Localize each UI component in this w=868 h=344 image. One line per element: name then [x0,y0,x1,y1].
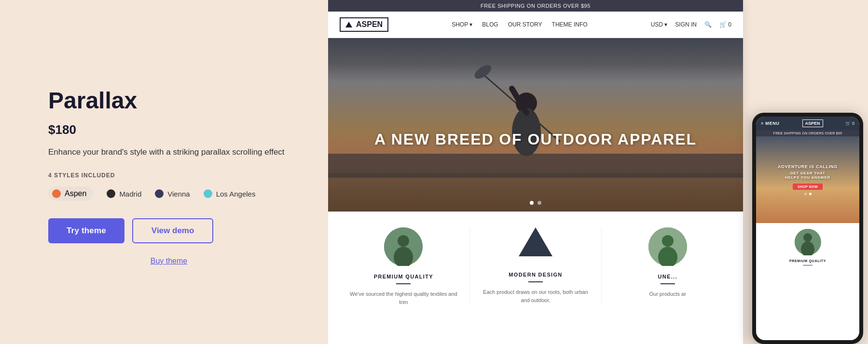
feature-title-2: MODERN DESIGN [509,272,562,278]
style-label-vienna: Vienna [167,190,190,198]
feature-person-icon [384,227,423,266]
nav-link-theme-info[interactable]: THEME INFO [552,21,588,28]
style-option-los-angeles[interactable]: Los Angeles [204,189,256,198]
svg-point-6 [398,235,409,247]
theme-title: Parallax [48,88,289,114]
style-options: Aspen Madrid Vienna Los Angeles [48,186,289,201]
style-label-los-angeles: Los Angeles [216,190,256,198]
store-logo: ASPEN [340,17,388,32]
store-nav-links: SHOP ▾ BLOG OUR STORY THEME INFO [452,21,587,28]
mobile-hero-line1: ADVENTURE IS CALLING [778,164,838,169]
styles-label: 4 STYLES INCLUDED [48,172,289,179]
style-dot-los-angeles [204,189,212,198]
store-nav-right: USD ▾ SIGN IN 🔍 🛒 0 [651,21,731,28]
style-dot-aspen [52,189,61,198]
feature-premium-quality: PREMIUM QUALITY We've sourced the highes… [338,227,470,306]
feature-mountain-icon [519,227,552,264]
store-logo-text: ASPEN [356,20,383,29]
search-icon[interactable]: 🔍 [704,21,712,28]
feature-third-icon [648,227,687,266]
feature-divider-3 [661,283,675,284]
hero-overlay [328,38,743,212]
mobile-menu-icon[interactable]: ≡ MENU [761,121,780,126]
nav-link-shop[interactable]: SHOP ▾ [452,21,472,28]
store-nav: ASPEN SHOP ▾ BLOG OUR STORY THEME INFO U… [328,12,743,38]
theme-price: $180 [48,122,289,137]
mobile-shop-now-button[interactable]: SHOP NOW [793,184,823,190]
logo-triangle-icon [345,22,352,27]
mobile-dot-1[interactable] [804,193,807,195]
hero-dot-2[interactable] [537,201,541,205]
style-option-madrid[interactable]: Madrid [107,189,141,198]
mobile-feature-title: PREMIUM QUALITY [761,259,854,263]
feature-divider-2 [528,281,543,282]
style-option-vienna[interactable]: Vienna [155,189,190,198]
store-top-bar: FREE SHIPPING ON ORDERS OVER $95 [328,0,743,12]
feature-modern-design: MODERN DESIGN Each product draws on our … [470,227,602,306]
feature-title-3: UNE... [658,274,677,279]
feature-desc-3: Our products ar [649,290,686,298]
mobile-logo: ASPEN [802,119,823,127]
hero-dot-1[interactable] [530,201,534,205]
mobile-screen: ≡ MENU ASPEN 🛒 0 FREE SHIPPING ON ORDERS… [756,117,859,340]
style-dot-madrid [107,189,115,198]
hero-text: A NEW BREED OF OUTDOOR APPAREL [374,131,697,148]
nav-link-our-story[interactable]: OUR STORY [508,21,542,28]
nav-sign-in[interactable]: SIGN IN [675,21,697,28]
hero-dots [530,201,541,205]
nav-currency[interactable]: USD ▾ [651,21,668,28]
mobile-features: PREMIUM QUALITY [756,223,859,274]
svg-point-12 [803,233,812,242]
store-features: PREMIUM QUALITY We've sourced the highes… [328,212,743,321]
try-theme-button[interactable]: Try theme [48,218,124,243]
mobile-topbar: ≡ MENU ASPEN 🛒 0 [756,117,859,130]
right-panel: FREE SHIPPING ON ORDERS OVER $95 ASPEN S… [328,0,868,344]
feature-title-1: PREMIUM QUALITY [374,274,433,279]
feature-divider-1 [396,283,411,284]
store-hero: A NEW BREED OF OUTDOOR APPAREL [328,38,743,212]
left-panel: Parallax $180 Enhance your brand's style… [0,0,328,344]
mobile-shipping-banner: FREE SHIPPING ON ORDERS OVER $95 [756,130,859,136]
mobile-feature-divider [803,265,813,265]
svg-point-9 [662,235,674,247]
style-label-madrid: Madrid [119,190,141,198]
mobile-hero-text: ADVENTURE IS CALLING GET GEAR THAT HELPS… [778,164,838,195]
preview-container: FREE SHIPPING ON ORDERS OVER $95 ASPEN S… [328,0,868,344]
mobile-preview: ≡ MENU ASPEN 🛒 0 FREE SHIPPING ON ORDERS… [752,113,863,344]
mobile-hero-dots [778,193,838,195]
btn-row: Try theme View demo [48,218,289,243]
mobile-hero-line3: HELPS YOU ANSWER [778,175,838,180]
desktop-preview: FREE SHIPPING ON ORDERS OVER $95 ASPEN S… [328,0,743,344]
style-option-aspen[interactable]: Aspen [48,186,93,201]
feature-desc-1: We've sourced the highest quality textil… [347,290,460,306]
cart-icon[interactable]: 🛒 0 [719,21,731,28]
buy-theme-button[interactable]: Buy theme [48,257,289,265]
view-demo-button[interactable]: View demo [132,218,214,243]
nav-link-blog[interactable]: BLOG [482,21,498,28]
feature-third: UNE... Our products ar [602,227,733,306]
mobile-hero-line2: GET GEAR THAT [778,171,838,175]
mobile-feature-person-icon [795,229,821,255]
feature-desc-2: Each product draws on our roots, both ur… [480,288,592,304]
mobile-cart-icon[interactable]: 🛒 0 [845,121,854,126]
theme-description: Enhance your brand's style with a striki… [48,146,289,159]
style-label-aspen: Aspen [65,189,86,198]
mobile-dot-2[interactable] [809,193,812,195]
mobile-hero: ADVENTURE IS CALLING GET GEAR THAT HELPS… [756,136,859,223]
style-dot-vienna [155,189,164,198]
